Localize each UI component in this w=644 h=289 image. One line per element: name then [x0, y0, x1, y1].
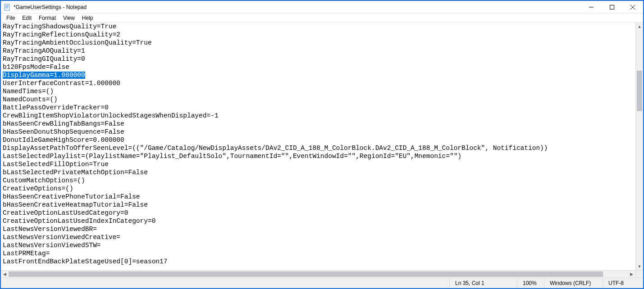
- scrollbar-track[interactable]: [636, 30, 643, 262]
- vertical-scrollbar[interactable]: ▲ ▼: [635, 23, 643, 270]
- editor-line[interactable]: bHasSeenCreativeHeatmapTutorial=False: [3, 201, 148, 208]
- editor-line[interactable]: BattlePassOverrideTracker=0: [3, 104, 109, 111]
- editor-line[interactable]: bLastSelectedPrivateMatchOption=False: [3, 169, 148, 176]
- editor-line[interactable]: CreativeOptionLastUsedIndexInCategory=0: [3, 217, 155, 225]
- status-zoom: 100%: [517, 278, 544, 288]
- editor-line[interactable]: bHasSeenCreativePhoneTutorial=False: [3, 193, 140, 200]
- editor-line[interactable]: NamedCounts=(): [3, 96, 58, 103]
- editor-line[interactable]: b120FpsMode=False: [3, 63, 69, 71]
- menu-help[interactable]: Help: [78, 14, 97, 22]
- minimize-button[interactable]: [581, 1, 602, 14]
- editor-line[interactable]: LastNewsVersionViewedBR=: [3, 226, 97, 233]
- scroll-up-arrow-icon[interactable]: ▲: [636, 23, 643, 30]
- status-line-ending: Windows (CRLF): [544, 278, 603, 288]
- editor-line[interactable]: LastSelectedFillOption=True: [3, 161, 109, 168]
- menu-file[interactable]: File: [3, 14, 18, 22]
- editor-line[interactable]: bHasSeenDonutShopSequence=False: [3, 128, 124, 135]
- editor-line[interactable]: CrewBlingItemShopViolatorUnlockedStagesW…: [3, 112, 219, 119]
- status-bar: Ln 35, Col 1 100% Windows (CRLF) UTF-8: [1, 278, 643, 288]
- editor-line[interactable]: NamedTimes=(): [3, 88, 54, 95]
- editor-line[interactable]: RayTracingReflectionsQuality=2: [3, 31, 120, 38]
- editor-line[interactable]: bHasSeenCrewBlingTabBangs=False: [3, 120, 124, 127]
- notepad-icon: [4, 4, 11, 11]
- title-bar[interactable]: *GameUserSettings - Notepad: [1, 1, 643, 14]
- status-empty: [1, 278, 449, 288]
- status-cursor-position: Ln 35, Col 1: [449, 278, 517, 288]
- menu-format[interactable]: Format: [35, 14, 59, 22]
- editor-line[interactable]: CreativeOptions=(): [3, 185, 73, 192]
- editor-line[interactable]: CustomMatchOptions=(): [3, 177, 85, 184]
- svg-rect-6: [610, 5, 614, 9]
- hscrollbar-thumb[interactable]: [9, 271, 603, 277]
- menu-bar: File Edit Format View Help: [1, 14, 643, 23]
- notepad-window: *GameUserSettings - Notepad File Edit Fo…: [0, 0, 644, 289]
- editor-line[interactable]: LastNewsVersionViewedSTW=: [3, 242, 101, 249]
- scroll-left-arrow-icon[interactable]: ◀: [1, 271, 9, 278]
- editor-line[interactable]: RayTracingShadowsQuality=True: [3, 23, 116, 30]
- editor-line[interactable]: CreativeOptionLastUsedCategory=0: [3, 209, 128, 217]
- editor-line[interactable]: DonutIdleGameHighScore=0.000000: [3, 136, 124, 144]
- maximize-button[interactable]: [602, 1, 622, 14]
- menu-view[interactable]: View: [59, 14, 78, 22]
- editor-line[interactable]: RayTracingAmbientOcclusionQuality=True: [3, 39, 152, 46]
- scrollbar-thumb[interactable]: [637, 71, 642, 111]
- editor-line[interactable]: DisplayGamma=1.000000: [3, 72, 85, 79]
- editor-line[interactable]: RayTracingGIQuality=0: [3, 55, 85, 63]
- scrollbar-corner: [635, 271, 643, 278]
- status-encoding: UTF-8: [603, 278, 643, 288]
- editor-area: RayTracingShadowsQuality=True RayTracing…: [1, 23, 643, 270]
- editor-line[interactable]: DisplayAssetPathToOfferSeenLevel=(("/Gam…: [3, 144, 548, 152]
- scroll-down-arrow-icon[interactable]: ▼: [636, 262, 643, 270]
- scroll-right-arrow-icon[interactable]: ▶: [628, 271, 635, 278]
- editor-line[interactable]: LastFrontEndBackPlateStageUsed[0]=season…: [3, 258, 167, 265]
- close-button[interactable]: [622, 1, 643, 14]
- editor-line[interactable]: LastSelectedPlaylist=(PlaylistName="Play…: [3, 153, 461, 160]
- hscrollbar-track[interactable]: [9, 271, 628, 278]
- text-editor[interactable]: RayTracingShadowsQuality=True RayTracing…: [1, 23, 635, 270]
- horizontal-scrollbar[interactable]: ◀ ▶: [1, 270, 643, 278]
- window-title: *GameUserSettings - Notepad: [14, 4, 87, 10]
- editor-line[interactable]: LastNewsVersionViewedCreative=: [3, 234, 120, 241]
- editor-line[interactable]: UserInterfaceContrast=1.000000: [3, 80, 120, 87]
- editor-line[interactable]: LastPRMEtag=: [3, 250, 50, 257]
- menu-edit[interactable]: Edit: [18, 14, 35, 22]
- editor-line[interactable]: RayTracingAOQuality=1: [3, 47, 85, 54]
